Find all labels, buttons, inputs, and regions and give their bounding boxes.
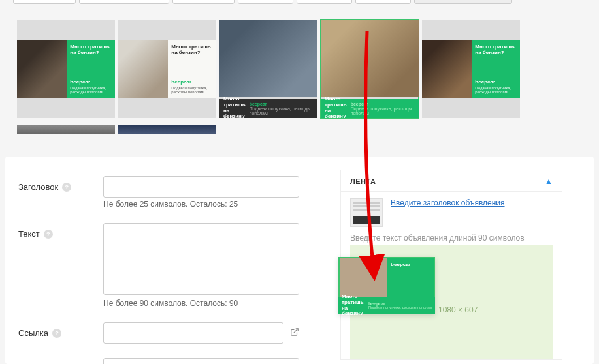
preview-tab-title: ЛЕНТА [350,177,376,185]
thumb-cap-sub: Подвези попутчика, расходы пополам [250,106,314,115]
thumb-brand: beepcar [171,79,213,85]
help-icon[interactable]: ? [52,329,61,338]
thumb-7[interactable] [118,125,216,134]
top-tab-bar [13,0,512,4]
top-tab[interactable] [13,0,76,4]
link-label-text: Ссылка [18,328,48,338]
thumb-caption: Много тратишь на бензин? beepcar Подвези… [219,99,317,118]
thumb-image [422,40,472,98]
thumb-cap-sub: Подвези попутчика, расходы пополам [351,106,415,115]
preview-dimensions: 1080 × 607 [438,305,478,314]
thumb-5[interactable]: Много тратишь на бензин? beepcar Подвези… [422,20,520,118]
preview-headline-link[interactable]: Введите заголовок объявления [391,198,505,207]
collapse-icon[interactable]: ▲ [545,177,553,186]
thumb-sub: Подвези попутчика, расходы пополам [171,86,213,94]
thumb-1[interactable]: Много тратишь на бензин? beepcar Подвези… [17,20,115,118]
creative-gallery-row2 [17,125,216,134]
preview-mini-thumb [350,198,383,227]
text-label-text: Текст [18,229,40,239]
company-input[interactable] [103,358,299,364]
thumb-4-selected[interactable]: Много тратишь на бензин? beepcar Подвези… [321,20,419,118]
preview-panel: ЛЕНТА ▲ Введите заголовок объявления Вве… [340,170,562,360]
thumb-3[interactable]: Много тратишь на бензин? beepcar Подвези… [219,20,317,118]
thumb-6[interactable] [17,125,115,134]
top-tab[interactable] [79,0,169,4]
headline-hint: Не более 25 символов. Осталось: 25 [103,200,299,209]
company-label: О компании ? [18,358,103,364]
thumb-cap-brand: beepcar [351,102,415,106]
external-link-icon[interactable] [290,327,299,339]
svg-line-0 [294,329,298,333]
thumb-title: Много тратишь на бензин? [70,44,112,56]
preview-text-hint: Введите текст объявления длиной 90 симво… [350,234,553,243]
thumb-brand: beepcar [475,79,517,85]
text-label: Текст ? [18,223,103,239]
thumb-side: Много тратишь на бензин? beepcar Подвези… [67,40,115,98]
thumb-cap-brand: beepcar [250,102,314,106]
top-tab[interactable] [172,0,235,4]
headline-input[interactable] [103,176,299,198]
top-tab[interactable] [355,0,411,4]
dragged-cap-title: Много тратишь на бензин? [342,294,365,317]
thumb-sub: Подвези попутчика, расходы пополам [70,86,112,94]
link-label: Ссылка ? [18,322,103,338]
link-input[interactable] [103,322,283,344]
text-hint: Не более 90 символов. Осталось: 90 [103,299,299,308]
thumb-cap-title: Много тратишь на бензин? [325,97,347,118]
thumb-sub: Подвези попутчика, расходы пополам [475,86,517,94]
thumb-2[interactable]: Много тратишь на бензин? beepcar Подвези… [118,20,216,118]
dragged-brand: beepcar [391,262,430,267]
top-tab[interactable] [297,0,352,4]
top-tab[interactable] [414,0,512,4]
thumb-title: Много тратишь на бензин? [475,44,517,56]
thumb-image [321,20,419,97]
thumb-title: Много тратишь на бензин? [171,44,213,56]
creative-gallery: Много тратишь на бензин? beepcar Подвези… [17,20,520,118]
top-tab[interactable] [238,0,293,4]
thumb-image [219,20,317,97]
thumb-image [17,40,67,98]
help-icon[interactable]: ? [44,230,53,239]
thumb-image [118,40,168,98]
headline-label: Заголовок ? [18,176,103,192]
dragged-caption: Много тратишь на бензин? beepcar Подвези… [338,297,435,314]
thumb-caption: Много тратишь на бензин? beepcar Подвези… [321,99,419,118]
thumb-side: Много тратишь на бензин? beepcar Подвези… [472,40,520,98]
help-icon[interactable]: ? [62,183,71,192]
headline-label-text: Заголовок [18,182,58,192]
thumb-cap-title: Много тратишь на бензин? [223,97,246,118]
thumb-side: Много тратишь на бензин? beepcar Подвези… [168,40,216,98]
thumb-brand: beepcar [70,79,112,85]
dragged-cap-sub: Подвези попутчика, расходы пополам [368,306,432,310]
preview-drop-zone[interactable]: beepcar Подвези попутчика, расходы попол… [350,245,553,359]
text-input[interactable] [103,223,299,295]
